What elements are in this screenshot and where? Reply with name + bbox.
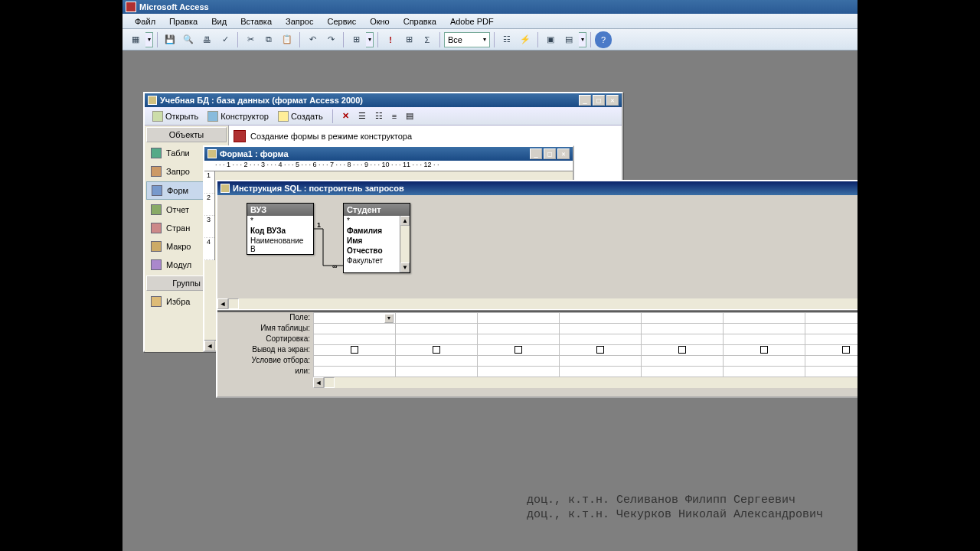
table-student-scrollbar[interactable]: ▲ ▼ xyxy=(400,216,410,272)
menu-view[interactable]: Вид xyxy=(205,15,233,28)
save-button[interactable]: 💾 xyxy=(162,31,178,48)
properties-button[interactable]: ☷ xyxy=(498,31,515,48)
scroll-up-icon[interactable]: ▲ xyxy=(400,216,410,226)
cut-button[interactable]: ✂ xyxy=(242,31,259,48)
menu-insert[interactable]: Вставка xyxy=(234,15,278,28)
menu-query[interactable]: Запрос xyxy=(279,15,319,28)
open-button[interactable]: Открыть xyxy=(149,109,201,123)
maximize-button[interactable]: □ xyxy=(593,95,605,106)
dbwin-titlebar[interactable]: Учебная БД : база данных (формат Access … xyxy=(145,93,622,107)
close-button[interactable]: ✕ xyxy=(557,148,570,159)
totals-button[interactable]: Σ xyxy=(419,31,436,48)
newobj-dropdown[interactable]: ▾ xyxy=(579,32,586,47)
row-or[interactable] xyxy=(314,367,858,377)
showtable-button[interactable]: ⊞ xyxy=(400,31,417,48)
grid-columns[interactable]: ▾ xyxy=(313,312,858,388)
view-button[interactable]: ▦ xyxy=(127,31,144,48)
access-icon xyxy=(126,2,136,12)
field-kod-vuza[interactable]: Код ВУЗа xyxy=(247,226,313,236)
grid-scroll-left[interactable]: ◄ xyxy=(313,377,324,388)
row-criteria[interactable] xyxy=(314,356,858,367)
run-button[interactable]: ! xyxy=(382,31,399,48)
redo-button[interactable]: ↷ xyxy=(322,31,339,48)
show-checkbox[interactable] xyxy=(678,346,686,354)
querytype-button[interactable]: ⊞ xyxy=(348,31,364,48)
field-star[interactable]: * xyxy=(247,216,313,226)
objects-header[interactable]: Объекты xyxy=(146,127,227,142)
minimize-button[interactable]: _ xyxy=(579,95,591,106)
create-form-design[interactable]: Создание формы в режиме конструктора xyxy=(232,129,619,144)
spell-button[interactable]: ✓ xyxy=(217,31,234,48)
table-student-header[interactable]: Студент xyxy=(344,204,410,216)
show-checkbox[interactable] xyxy=(596,346,604,354)
field-combo[interactable]: ▾ xyxy=(315,314,394,323)
table-student[interactable]: Студент * Фамилия Имя Отчество Факультет… xyxy=(343,203,410,273)
help-button[interactable]: ? xyxy=(595,31,612,48)
show-checkbox[interactable] xyxy=(842,346,850,354)
row-field[interactable]: ▾ xyxy=(314,313,858,324)
show-checkbox[interactable] xyxy=(514,346,522,354)
table-vuz[interactable]: ВУЗ * Код ВУЗа Наименование В xyxy=(247,203,314,255)
show-checkbox[interactable] xyxy=(351,346,358,354)
small-icons-button[interactable]: ☷ xyxy=(372,109,386,122)
scroll-left-button[interactable]: ◄ xyxy=(217,298,228,309)
dbwindow-button[interactable]: ▣ xyxy=(542,31,559,48)
row-show[interactable] xyxy=(314,345,858,356)
table-vuz-header[interactable]: ВУЗ xyxy=(247,204,313,216)
scroll-thumb[interactable] xyxy=(228,298,239,309)
field-fakultet[interactable]: Факультет xyxy=(344,256,400,266)
field-star2[interactable]: * xyxy=(344,216,400,226)
copy-button[interactable]: ⧉ xyxy=(260,31,277,48)
sqlwin-title: Инструкция SQL : построитель запросов xyxy=(233,184,404,193)
show-checkbox[interactable] xyxy=(760,346,768,354)
field-familiya[interactable]: Фамилия xyxy=(344,226,400,236)
list-button[interactable]: ≡ xyxy=(389,110,400,122)
row-table[interactable] xyxy=(314,324,858,334)
delete-button[interactable]: ✕ xyxy=(339,111,352,121)
field-imya[interactable]: Имя xyxy=(344,236,400,246)
design-button[interactable]: Конструктор xyxy=(204,109,272,123)
sqlwin-titlebar[interactable]: Инструкция SQL : построитель запросов xyxy=(217,181,858,195)
app-titlebar: Microsoft Access xyxy=(122,0,858,14)
paste-button[interactable]: 📋 xyxy=(279,31,296,48)
scroll-down-icon[interactable]: ▼ xyxy=(400,262,410,272)
print-button[interactable]: 🖶 xyxy=(198,31,215,48)
querytype-dropdown[interactable]: ▾ xyxy=(366,32,374,47)
newobj-button[interactable]: ▤ xyxy=(560,31,577,48)
build-button[interactable]: ⚡ xyxy=(517,31,534,48)
search-button[interactable]: 🔍 xyxy=(180,31,197,48)
db-icon xyxy=(148,96,157,105)
toolbar: ▦ ▾ 💾 🔍 🖶 ✓ ✂ ⧉ 📋 ↶ ↷ ⊞ ▾ ! ⊞ Σ Все▾ ☷ ⚡… xyxy=(122,29,858,51)
menu-tools[interactable]: Сервис xyxy=(321,15,362,28)
dbwin-title: Учебная БД : база данных (формат Access … xyxy=(160,96,363,105)
field-otchestvo[interactable]: Отчество xyxy=(344,246,400,256)
grid-scroll-thumb[interactable] xyxy=(324,377,335,388)
close-button[interactable]: ✕ xyxy=(606,95,619,106)
menu-adobe[interactable]: Adobe PDF xyxy=(444,15,500,28)
menu-help[interactable]: Справка xyxy=(397,15,443,28)
scroll-left-button[interactable]: ◄ xyxy=(204,341,215,351)
maximize-button[interactable]: □ xyxy=(544,148,556,159)
relationship-line xyxy=(314,226,345,272)
query-icon xyxy=(220,184,230,193)
dbwin-toolbar: Открыть Конструктор Создать ✕ ☰ ☷ ≡ ▤ xyxy=(145,107,622,126)
vertical-ruler: 1234 xyxy=(204,171,215,260)
table-diagram[interactable]: ВУЗ * Код ВУЗа Наименование В Студент * … xyxy=(217,195,858,298)
formwin-title: Форма1 : форма xyxy=(220,149,289,158)
diagram-hscroll[interactable]: ◄ xyxy=(217,298,858,309)
menu-window[interactable]: Окно xyxy=(364,15,396,28)
minimize-button[interactable]: _ xyxy=(530,148,542,159)
menu-edit[interactable]: Правка xyxy=(163,15,204,28)
show-checkbox[interactable] xyxy=(433,346,440,354)
field-naim[interactable]: Наименование В xyxy=(247,236,313,254)
footer-credits: доц., к.т.н. Селиванов Филипп Сергеевич … xyxy=(527,493,823,522)
row-sort[interactable] xyxy=(314,334,858,345)
undo-button[interactable]: ↶ xyxy=(304,31,321,48)
view-dropdown[interactable]: ▾ xyxy=(145,32,153,47)
large-icons-button[interactable]: ☰ xyxy=(355,109,369,122)
details-button[interactable]: ▤ xyxy=(403,109,416,122)
formwin-titlebar[interactable]: Форма1 : форма _ □ ✕ xyxy=(204,147,573,161)
new-button[interactable]: Создать xyxy=(275,109,326,123)
menu-file[interactable]: Файл xyxy=(129,15,162,28)
top-values-combo[interactable]: Все▾ xyxy=(444,32,490,47)
